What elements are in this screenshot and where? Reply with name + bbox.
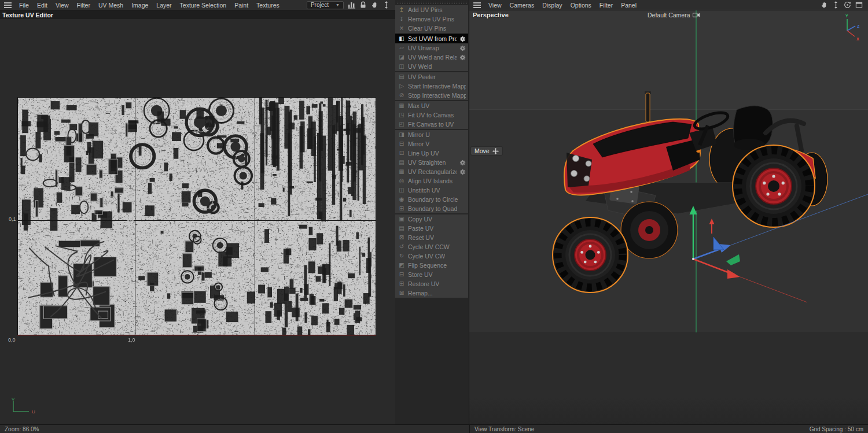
gizmo-x-label: X: [856, 37, 859, 41]
menu-item-image[interactable]: Image: [127, 2, 152, 9]
pin-remove-icon: ↧: [398, 14, 405, 24]
panel-item-flip-sequence[interactable]: ◩Flip Sequence: [395, 261, 468, 270]
flip-sequence-icon: ◩: [398, 261, 405, 270]
rear-wheel: [733, 145, 815, 227]
panel-item-uv-peeler[interactable]: ▤UV Peeler: [395, 72, 468, 82]
menu-item-filter[interactable]: Filter: [73, 2, 94, 9]
panel-item-label: Line Up UV: [408, 150, 439, 157]
uv-axis-u-label: U: [32, 409, 35, 415]
panel-item-remove-uv-pins[interactable]: ↧Remove UV Pins: [395, 14, 468, 24]
gear-icon[interactable]: [459, 54, 466, 61]
perspective-viewport[interactable]: Perspective Default Camera Move Y Z X: [469, 10, 868, 424]
viewport-camera-label[interactable]: Default Camera: [648, 12, 700, 18]
panel-item-fit-uv-to-canvas[interactable]: ◳Fit UV to Canvas: [395, 110, 468, 120]
panel-item-paste-uv[interactable]: ▤Paste UV: [395, 224, 468, 233]
panel-item-label: Restore UV: [408, 280, 439, 287]
menu-item-filter[interactable]: Filter: [595, 2, 617, 9]
unstitch-uv-icon: ◫: [398, 186, 405, 195]
uv-straighten-icon: ▤: [398, 158, 405, 167]
gizmo-z-handle[interactable]: [693, 249, 722, 259]
line-up-uv-icon: ⊡: [398, 149, 405, 158]
move-tool-icon: [492, 148, 499, 154]
uv-editor-canvas-area: 0,1 1,1 0,0 1,0 V U: [0, 19, 395, 424]
panel-item-mirror-v[interactable]: ⊟Mirror V: [395, 139, 468, 149]
pan-vertical-icon[interactable]: [832, 1, 840, 9]
menu-item-panel[interactable]: Panel: [617, 2, 641, 9]
reset-uv-icon: ⊠: [398, 233, 405, 242]
cycle-cw-icon: ↻: [398, 251, 405, 261]
panel-item-align-uv-islands[interactable]: ◎Align UV Islands: [395, 176, 468, 186]
panel-item-cycle-uv-ccw[interactable]: ↺Cycle UV CCW: [395, 242, 468, 251]
menu-item-edit[interactable]: Edit: [33, 2, 52, 9]
panel-item-max-uv[interactable]: ▦Max UV: [395, 101, 468, 110]
rotate-view-icon[interactable]: [844, 1, 851, 9]
panel-item-start-interactive-mapping[interactable]: ▷Start Interactive Mapping: [395, 82, 468, 91]
gear-icon[interactable]: [459, 169, 466, 175]
panel-item-uv-weld[interactable]: ◫UV Weld: [395, 62, 468, 71]
pan-vertical-icon[interactable]: [382, 1, 390, 9]
menu-item-file[interactable]: File: [15, 2, 33, 9]
panel-item-add-uv-pins[interactable]: ↥Add UV Pins: [395, 5, 468, 14]
panel-item-line-up-uv[interactable]: ⊡Line Up UV: [395, 149, 468, 158]
panel-item-label: UV Unwrap: [408, 45, 439, 51]
menu-item-texture-selection[interactable]: Texture Selection: [176, 2, 231, 9]
panel-item-set-uvw-from-projection[interactable]: ◧Set UVW from Projection: [395, 34, 468, 43]
project-dropdown[interactable]: Project ▼: [307, 1, 344, 9]
panel-item-boundary-to-circle[interactable]: ◉Boundary to Circle: [395, 195, 468, 204]
panel-item-label: UV Straighten: [408, 159, 446, 166]
gear-icon[interactable]: [459, 36, 466, 42]
panel-item-fit-canvas-to-uv[interactable]: ◰Fit Canvas to UV: [395, 120, 468, 129]
gizmo-plane-handle-blue[interactable]: [713, 237, 724, 250]
panel-item-stop-interactive-mapping[interactable]: ⊘Stop Interactive Mapping: [395, 91, 468, 100]
panel-item-uv-weld-and-relax[interactable]: ◪UV Weld and Relax: [395, 53, 468, 62]
menu-item-view[interactable]: View: [52, 2, 73, 9]
lock-icon[interactable]: [359, 1, 367, 9]
panel-item-label: Stop Interactive Mapping: [408, 92, 466, 99]
view-transform-status: View Transform: Scene: [475, 426, 534, 432]
uv-canvas[interactable]: [17, 97, 376, 336]
hand-icon[interactable]: [371, 1, 378, 9]
menu-item-layer[interactable]: Layer: [152, 2, 175, 9]
viewport-view-label: Perspective: [473, 12, 509, 18]
panel-item-store-uv[interactable]: ⊟Store UV: [395, 270, 468, 279]
remap-icon: ⊠: [398, 288, 405, 298]
panel-item-remap[interactable]: ⊠Remap...: [395, 288, 468, 298]
panel-item-restore-uv[interactable]: ⊞Restore UV: [395, 279, 468, 288]
menu-item-uv-mesh[interactable]: UV Mesh: [94, 2, 127, 9]
gear-icon[interactable]: [459, 160, 466, 166]
panel-item-unstitch-uv[interactable]: ◫Unstitch UV: [395, 186, 468, 195]
panel-item-reset-uv[interactable]: ⊠Reset UV: [395, 233, 468, 242]
panel-item-clear-uv-pins[interactable]: ×Clear UV Pins: [395, 24, 468, 33]
panel-item-uv-unwrap[interactable]: ▱UV Unwrap: [395, 43, 468, 53]
histogram-icon[interactable]: [348, 1, 355, 9]
panel-item-cycle-uv-cw[interactable]: ↻Cycle UV CW: [395, 251, 468, 261]
menu-item-view[interactable]: View: [484, 2, 506, 9]
panel-item-uv-straighten[interactable]: ▤UV Straighten: [395, 158, 468, 167]
menu-item-options[interactable]: Options: [567, 2, 595, 9]
panel-item-label: Max UV: [408, 102, 429, 109]
hamburger-icon[interactable]: [4, 2, 12, 8]
menu-item-paint[interactable]: Paint: [230, 2, 252, 9]
maximize-view-icon[interactable]: [855, 1, 863, 9]
gear-icon[interactable]: [459, 45, 466, 51]
hamburger-icon[interactable]: [473, 2, 481, 8]
tractor-model[interactable]: [553, 91, 827, 293]
menu-item-textures[interactable]: Textures: [252, 2, 284, 9]
fit-canvas-uv-icon: ◰: [398, 120, 405, 129]
menu-item-display[interactable]: Display: [538, 2, 566, 9]
uv-axis-gizmo: V U: [9, 397, 42, 415]
align-uv-islands-icon: ◎: [398, 176, 405, 186]
gizmo-x-arrowhead[interactable]: [727, 269, 740, 279]
gizmo-origin[interactable]: [692, 258, 694, 260]
panel-item-mirror-u[interactable]: ◨Mirror U: [395, 130, 468, 139]
panel-item-uv-rectangularize[interactable]: ▦UV Rectangularize: [395, 167, 468, 176]
gizmo-plane-handle-green[interactable]: [726, 254, 740, 265]
panel-drag-handle[interactable]: [396, 1, 467, 4]
gizmo-x-handle[interactable]: [693, 259, 731, 273]
panel-item-boundary-to-quad[interactable]: ⊞Boundary to Quad: [395, 204, 468, 213]
camera-icon: [693, 12, 700, 18]
menu-item-cameras[interactable]: Cameras: [506, 2, 539, 9]
hand-icon[interactable]: [821, 1, 828, 9]
panel-item-copy-uv[interactable]: ▣Copy UV: [395, 214, 468, 224]
gizmo-y-label: Y: [845, 14, 848, 18]
